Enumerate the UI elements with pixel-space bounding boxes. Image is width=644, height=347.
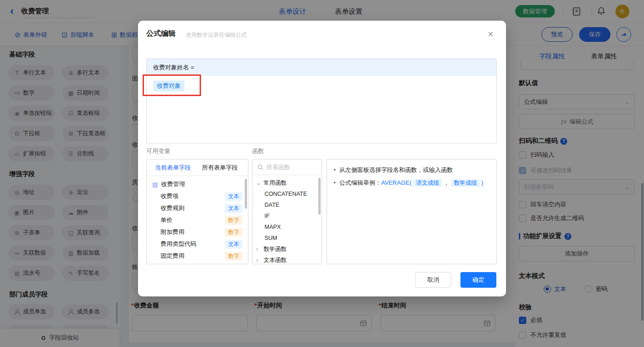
group-label: 数学函数: [264, 245, 287, 253]
tree-root-label: 收费管理: [161, 180, 185, 188]
confirm-button[interactable]: 确定: [460, 272, 496, 288]
variable-name: 单价: [161, 216, 172, 224]
tab-all-form-fields[interactable]: 所有表单字段: [202, 164, 238, 172]
function-name: DATE: [264, 202, 279, 208]
cancel-button[interactable]: 取消: [415, 272, 451, 288]
group-label: 常用函数: [264, 179, 287, 187]
tab-current-form-fields[interactable]: 当前表单字段: [155, 164, 191, 172]
function-item[interactable]: IF: [253, 210, 322, 222]
function-item[interactable]: SUM: [253, 233, 322, 244]
functions-scrollbar[interactable]: [318, 178, 321, 215]
example-prefix: 公式编辑举例：: [339, 179, 381, 186]
tree-root[interactable]: ▤ 收费管理: [147, 178, 248, 190]
page: ‹ 收费管理 表单设计 表单设置 数据管理 作 ⊘: [0, 0, 644, 347]
modal-title: 公式编辑: [146, 29, 176, 39]
group-label: 文本函数: [264, 256, 287, 264]
type-badge: 文本: [225, 204, 242, 213]
help-tip-2: 公式编辑举例：AVERAGE( 语文成绩 ， 数学成绩 ): [334, 178, 490, 188]
variable-name: 收费项: [161, 192, 178, 200]
function-search[interactable]: [253, 159, 322, 175]
help-panel: 从左侧面板选择字段名和函数，或输入函数 公式编辑举例：AVERAGE( 语文成绩…: [327, 159, 497, 264]
variables-scrollbar[interactable]: [245, 179, 247, 209]
variable-name: 费用类型代码: [161, 240, 196, 248]
type-badge: 数字: [225, 216, 242, 225]
function-name: CONCATENATE: [264, 191, 307, 197]
variable-row[interactable]: 收费项文本: [147, 190, 248, 202]
function-name: MAPX: [264, 224, 281, 230]
function-item[interactable]: MAPX: [253, 222, 322, 233]
tip-text: 从左侧面板选择字段名和函数，或输入函数: [339, 165, 453, 175]
tip-example: 公式编辑举例：AVERAGE( 语文成绩 ， 数学成绩 ): [339, 178, 483, 188]
function-item[interactable]: CONCATENATE: [253, 188, 322, 199]
type-badge: 文本: [225, 192, 242, 201]
example-chip: 数学成绩: [451, 179, 480, 187]
document-icon: ▤: [152, 181, 158, 188]
functions-panel: ⌄常用函数 CONCATENATE DATE IF MAPX SUM ›数学函数…: [252, 159, 322, 264]
functions-label: 函数: [252, 147, 264, 155]
variables-panel: 当前表单字段 所有表单字段 ▤ 收费管理 收费项文本 收费规则文本 单价数字 附…: [146, 159, 248, 264]
search-input[interactable]: [266, 164, 312, 171]
modal-subtitle: 使用数学运算符编辑公式: [186, 31, 247, 39]
variable-name: 收费规则: [161, 204, 184, 212]
formula-editor: 收费对象姓名 = 收费对象: [146, 58, 497, 143]
help-tip-1: 从左侧面板选择字段名和函数，或输入函数: [334, 165, 490, 175]
function-group-text[interactable]: ›文本函数: [253, 255, 322, 264]
formula-target: 收费对象姓名 =: [147, 59, 496, 76]
variable-row[interactable]: 费用类型代码文本: [147, 238, 248, 250]
close-icon[interactable]: ✕: [488, 30, 494, 39]
chevron-down-icon: ⌄: [256, 180, 261, 186]
example-chip: 语文成绩: [413, 179, 442, 187]
chevron-right-icon: ›: [256, 246, 261, 252]
variable-row[interactable]: 固定费用数字: [147, 250, 248, 262]
function-group-math[interactable]: ›数学函数: [253, 244, 322, 255]
example-comma: ，: [443, 179, 449, 186]
variable-name: 固定费用: [161, 252, 184, 260]
formula-edit-modal: 公式编辑 使用数学运算符编辑公式 ✕ 收费对象姓名 = 收费对象 可用变量 函数…: [138, 21, 506, 296]
type-badge: 数字: [225, 252, 242, 261]
chevron-right-icon: ›: [256, 257, 261, 263]
type-badge: 数字: [225, 228, 242, 237]
function-name: SUM: [264, 235, 277, 241]
variable-name: 附加费用: [161, 228, 184, 236]
search-icon: [257, 164, 264, 171]
function-item[interactable]: DATE: [253, 199, 322, 210]
example-close: ): [481, 179, 483, 186]
variable-row[interactable]: 附加费用数字: [147, 226, 248, 238]
function-name: IF: [264, 213, 270, 219]
example-function: AVERAGE(: [381, 179, 412, 186]
function-group-common[interactable]: ⌄常用函数: [253, 177, 322, 188]
variable-row[interactable]: 收费规则文本: [147, 202, 248, 214]
variables-label: 可用变量: [146, 147, 170, 155]
variable-row[interactable]: 单价数字: [147, 214, 248, 226]
annotation-highlight-box: [143, 74, 201, 96]
type-badge: 文本: [225, 240, 242, 249]
